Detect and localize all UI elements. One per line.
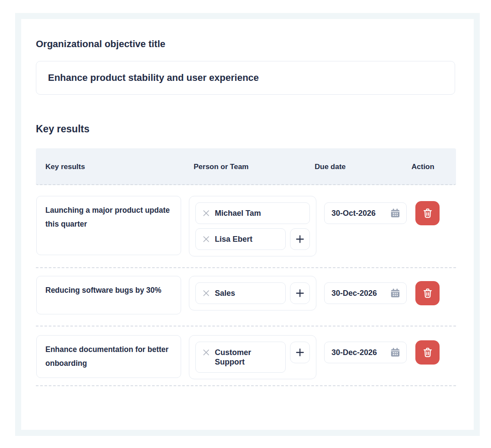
remove-assignee-icon[interactable] [202,209,210,218]
key-result-row: Launching a major product update this qu… [36,185,456,268]
assignee-tag: Lisa Ebert [195,228,286,250]
remove-assignee-icon[interactable] [202,289,210,298]
column-header-action: Action [411,163,434,171]
due-date-input[interactable]: 30-Oct-2026 [324,202,407,224]
calendar-icon [390,347,401,358]
page-frame: Organizational objective title Enhance p… [15,13,480,436]
add-assignee-button[interactable] [290,228,310,250]
objective-title-value: Enhance product stability and user exper… [48,72,259,83]
due-date-value: 30-Dec-2026 [332,348,377,357]
key-results-table: Key results Person or Team Due date Acti… [36,148,456,386]
assignee-tag: Sales [195,282,286,304]
add-assignee-button[interactable] [290,342,310,363]
key-result-row: Reducing software bugs by 30% Sales [36,268,456,326]
objective-title-input[interactable]: Enhance product stability and user exper… [36,61,455,95]
assignee-tag: Customer Support [195,342,286,373]
trash-icon [422,288,434,299]
key-result-row: Enhance documentation for better onboard… [36,326,456,386]
table-body: Launching a major product update this qu… [36,185,456,386]
table-header: Key results Person or Team Due date Acti… [36,148,456,185]
due-date-value: 30-Dec-2026 [332,289,377,298]
plus-icon [295,288,305,298]
plus-icon [295,234,305,244]
calendar-icon [390,208,401,218]
person-team-field[interactable]: Michael Tam Lisa Ebert [189,196,316,256]
assignee-name: Customer Support [215,348,279,367]
remove-assignee-icon[interactable] [202,348,210,357]
key-result-input[interactable]: Launching a major product update this qu… [36,196,181,255]
okr-form-card: Organizational objective title Enhance p… [21,19,474,430]
key-result-text: Enhance documentation for better onboard… [45,345,169,368]
objective-title-label: Organizational objective title [36,38,459,50]
delete-row-button[interactable] [415,281,440,305]
due-date-value: 30-Oct-2026 [332,209,376,218]
column-header-person-or-team: Person or Team [194,163,249,171]
plus-icon [295,348,305,357]
remove-assignee-icon[interactable] [202,235,210,243]
key-result-input[interactable]: Enhance documentation for better onboard… [36,335,181,378]
assignee-name: Michael Tam [215,208,261,218]
column-header-key-results: Key results [45,163,85,171]
column-header-due-date: Due date [315,163,346,171]
key-results-section-title: Key results [36,122,459,135]
key-result-input[interactable]: Reducing software bugs by 30% [36,276,181,314]
delete-row-button[interactable] [415,340,440,365]
add-assignee-button[interactable] [290,282,310,304]
assignee-tag: Michael Tam [195,202,310,224]
trash-icon [422,208,434,219]
delete-row-button[interactable] [415,201,440,225]
person-team-field[interactable]: Sales [189,276,316,310]
key-result-text: Launching a major product update this qu… [45,206,170,228]
due-date-input[interactable]: 30-Dec-2026 [324,342,407,363]
assignee-name: Lisa Ebert [215,234,252,244]
assignee-name: Sales [215,288,235,298]
trash-icon [422,347,434,358]
person-team-field[interactable]: Customer Support [189,335,316,379]
due-date-input[interactable]: 30-Dec-2026 [324,282,407,304]
key-result-text: Reducing software bugs by 30% [45,286,161,294]
calendar-icon [390,288,401,298]
